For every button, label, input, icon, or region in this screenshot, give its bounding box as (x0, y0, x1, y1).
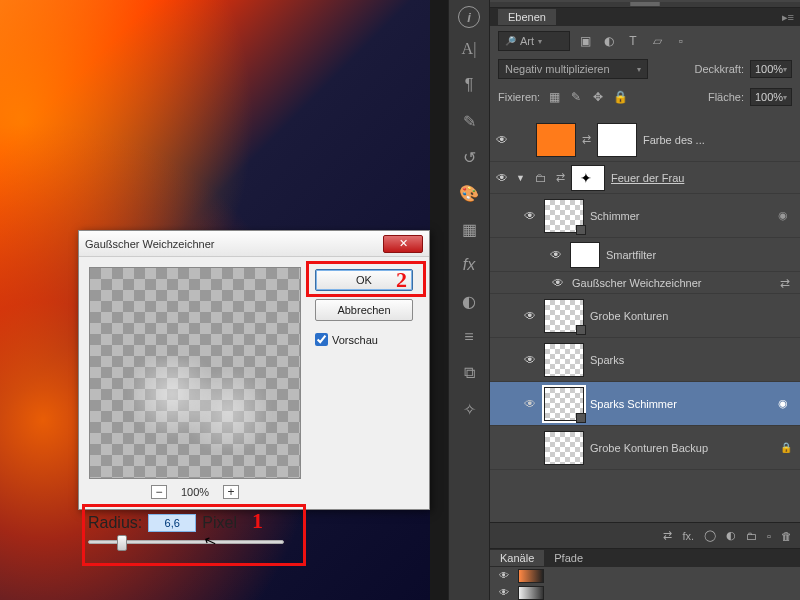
visibility-toggle-icon[interactable]: 👁 (550, 276, 566, 290)
visibility-toggle-icon[interactable]: 👁 (494, 133, 510, 147)
layer-thumbnail[interactable] (544, 199, 584, 233)
history-icon[interactable]: ↺ (454, 142, 484, 172)
visibility-toggle-icon[interactable]: 👁 (522, 353, 538, 367)
adjust-icon[interactable]: ◐ (454, 286, 484, 316)
channel-row[interactable]: 👁 (490, 584, 800, 600)
settings-icon[interactable]: ≡ (454, 322, 484, 352)
layer-row[interactable]: Grobe Konturen Backup 🔒 (490, 426, 800, 470)
layer-row[interactable]: 👁 Schimmer ◉ (490, 194, 800, 238)
filter-smart-icon[interactable]: ▫ (672, 33, 690, 49)
preview-checkbox-label: Vorschau (332, 334, 378, 346)
swatches-icon[interactable]: 🎨 (454, 178, 484, 208)
radius-unit: Pixel (202, 514, 237, 532)
info-icon[interactable]: i (458, 6, 480, 28)
visibility-toggle-icon[interactable]: 👁 (548, 248, 564, 262)
preview-image[interactable] (89, 267, 301, 479)
layer-row[interactable]: 👁 Grobe Konturen (490, 294, 800, 338)
filter-type-icon[interactable]: T (624, 33, 642, 49)
opacity-input[interactable]: 100%▾ (750, 60, 792, 78)
lock-icon: 🔒 (780, 442, 794, 453)
layers-panel-footer: ⇄ fx. ◯ ◐ 🗀 ▫ 🗑 (490, 522, 800, 548)
channel-row[interactable]: 👁 (490, 567, 800, 584)
channel-thumbnail (518, 569, 544, 583)
lock-all-icon[interactable]: 🔒 (612, 89, 628, 105)
visibility-toggle-icon[interactable]: 👁 (522, 397, 538, 411)
layer-thumbnail[interactable] (536, 123, 576, 157)
radius-slider[interactable] (88, 540, 284, 544)
annotation-number-2: 2 (396, 267, 407, 293)
layer-fx-icon[interactable]: fx. (682, 530, 694, 542)
layer-thumbnail[interactable] (544, 431, 584, 465)
visibility-toggle-icon[interactable]: 👁 (496, 570, 512, 581)
layer-name[interactable]: Feuer der Frau (611, 172, 794, 184)
expand-arrow-icon[interactable]: ▼ (516, 173, 526, 183)
visibility-toggle-icon[interactable]: 👁 (522, 309, 538, 323)
grid-icon[interactable]: ▦ (454, 214, 484, 244)
layer-name[interactable]: Sparks Schimmer (590, 398, 772, 410)
lock-position-icon[interactable]: ✥ (590, 89, 606, 105)
panel-menu-icon[interactable]: ▸≡ (782, 11, 794, 24)
zoom-out-button[interactable]: − (151, 485, 167, 499)
filter-visibility-icon[interactable]: ◉ (778, 209, 794, 222)
slider-knob[interactable] (117, 535, 127, 551)
fx-icon[interactable]: fx (454, 250, 484, 280)
layer-row[interactable]: 👁 Sparks (490, 338, 800, 382)
smartfilter-label[interactable]: Smartfilter (606, 249, 794, 261)
visibility-toggle-icon[interactable]: 👁 (522, 209, 538, 223)
zoom-in-button[interactable]: + (223, 485, 239, 499)
layer-list: 👁 ⇄ Farbe des ... 👁 ▼ 🗀 ⇄ ✦ Feuer der Fr… (490, 118, 800, 470)
brush-icon[interactable]: ✎ (454, 106, 484, 136)
add-mask-icon[interactable]: ◯ (704, 529, 716, 542)
preview-checkbox[interactable]: Vorschau (315, 333, 378, 346)
panel-dock: i A| ¶ ✎ ↺ 🎨 ▦ fx ◐ ≡ ⧉ ✧ (448, 0, 490, 600)
layer-name[interactable]: Schimmer (590, 210, 772, 222)
text-tool-icon[interactable]: A| (454, 34, 484, 64)
layer-thumbnail[interactable] (544, 299, 584, 333)
filter-mask-thumbnail[interactable] (570, 242, 600, 268)
layer-name[interactable]: Grobe Konturen Backup (590, 442, 774, 454)
folder-icon: 🗀 (532, 170, 550, 186)
layer-row-selected[interactable]: 👁 Sparks Schimmer ◉ (490, 382, 800, 426)
adjustment-layer-icon[interactable]: ◐ (726, 529, 736, 542)
filter-entry-name[interactable]: Gaußscher Weichzeichner (572, 277, 770, 289)
layer-group-row[interactable]: 👁 ▼ 🗀 ⇄ ✦ Feuer der Frau (490, 162, 800, 194)
new-group-icon[interactable]: 🗀 (746, 530, 757, 542)
filter-type-dropdown[interactable]: 🔎 Art ▾ (498, 31, 570, 51)
layer-thumbnail[interactable] (544, 387, 584, 421)
filter-pixel-icon[interactable]: ▣ (576, 33, 594, 49)
mask-thumbnail[interactable]: ✦ (571, 165, 605, 191)
dialog-titlebar[interactable]: Gaußscher Weichzeichner ✕ (79, 231, 429, 257)
visibility-toggle-icon[interactable]: 👁 (494, 171, 510, 185)
tab-layers[interactable]: Ebenen (498, 9, 556, 25)
smartfilter-row[interactable]: 👁 Smartfilter (490, 238, 800, 272)
cancel-button[interactable]: Abbrechen (315, 299, 413, 321)
tab-channels[interactable]: Kanäle (490, 550, 544, 566)
filter-options-icon[interactable]: ⇄ (776, 275, 794, 291)
lock-transparency-icon[interactable]: ▦ (546, 89, 562, 105)
lock-pixels-icon[interactable]: ✎ (568, 89, 584, 105)
preview-checkbox-input[interactable] (315, 333, 328, 346)
radius-controls: Radius: Pixel ↖ (88, 514, 300, 570)
measure-icon[interactable]: ✧ (454, 394, 484, 424)
fill-input[interactable]: 100%▾ (750, 88, 792, 106)
layer-name[interactable]: Sparks (590, 354, 794, 366)
paragraph-panel-icon[interactable]: ¶ (454, 70, 484, 100)
new-layer-icon[interactable]: ▫ (767, 530, 771, 542)
layer-name[interactable]: Grobe Konturen (590, 310, 794, 322)
layer-thumbnail[interactable] (544, 343, 584, 377)
filter-adjust-icon[interactable]: ◐ (600, 33, 618, 49)
delete-layer-icon[interactable]: 🗑 (781, 530, 792, 542)
tab-paths[interactable]: Pfade (544, 550, 593, 566)
layer-row[interactable]: 👁 ⇄ Farbe des ... (490, 118, 800, 162)
radius-input[interactable] (148, 514, 196, 532)
layer-name[interactable]: Farbe des ... (643, 134, 794, 146)
filter-entry-row[interactable]: 👁 Gaußscher Weichzeichner ⇄ (490, 272, 800, 294)
close-button[interactable]: ✕ (383, 235, 423, 253)
mask-thumbnail[interactable] (597, 123, 637, 157)
blend-mode-dropdown[interactable]: Negativ multiplizieren ▾ (498, 59, 648, 79)
clone-panel-icon[interactable]: ⧉ (454, 358, 484, 388)
filter-visibility-icon[interactable]: ◉ (778, 397, 794, 410)
link-layers-icon[interactable]: ⇄ (663, 529, 672, 542)
filter-shape-icon[interactable]: ▱ (648, 33, 666, 49)
visibility-toggle-icon[interactable]: 👁 (496, 587, 512, 598)
